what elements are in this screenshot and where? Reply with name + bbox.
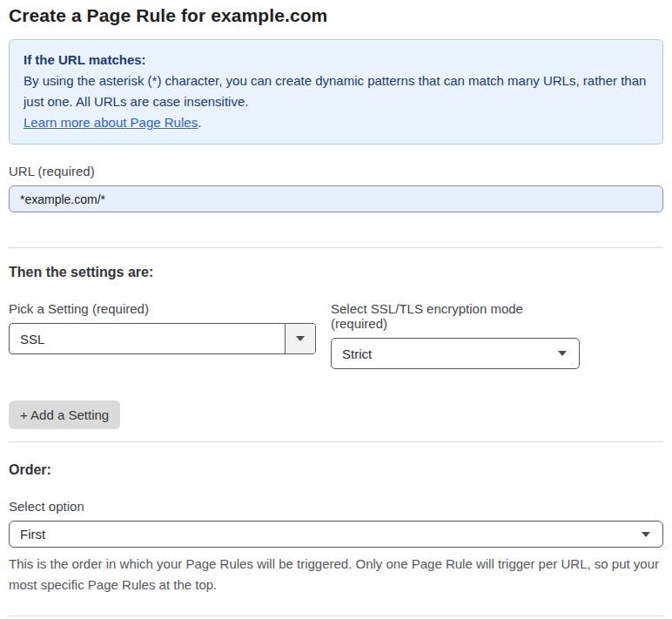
url-field-label: URL (required) [9, 164, 663, 178]
link-suffix: . [198, 115, 201, 130]
setting-picker-label: Pick a Setting (required) [9, 301, 316, 316]
footer-divider [9, 616, 663, 616]
order-section-heading: Order: [9, 462, 663, 478]
order-select-label: Select option [9, 499, 663, 514]
info-box-link-line: Learn more about Page Rules. [24, 112, 648, 133]
ssl-mode-group: Select SSL/TLS encryption mode (required… [331, 301, 580, 369]
info-box-body: By using the asterisk (*) character, you… [24, 71, 648, 112]
create-page-rule-form: Create a Page Rule for example.com If th… [0, 0, 672, 619]
info-box-heading: If the URL matches: [24, 50, 648, 71]
caret-down-icon [296, 336, 305, 341]
caret-down-icon [558, 351, 567, 356]
setting-picker-group: Pick a Setting (required) SSL [9, 301, 316, 369]
setting-picker-select[interactable]: SSL [9, 323, 316, 354]
caret-down-icon [642, 532, 650, 537]
order-help-text: This is the order in which your Page Rul… [9, 554, 663, 595]
section-divider [9, 247, 663, 248]
section-divider [9, 441, 663, 442]
settings-row: Pick a Setting (required) SSL Select SSL… [9, 301, 663, 369]
learn-more-link[interactable]: Learn more about Page Rules [24, 115, 198, 130]
settings-section-heading: Then the settings are: [9, 265, 663, 280]
order-select-value: First [20, 527, 45, 542]
ssl-mode-label: Select SSL/TLS encryption mode (required… [331, 301, 580, 331]
order-select[interactable]: First [9, 521, 663, 548]
setting-picker-value: SSL [10, 324, 285, 353]
url-match-info-box: If the URL matches: By using the asteris… [9, 39, 663, 145]
ssl-mode-value: Strict [342, 347, 372, 361]
add-setting-button[interactable]: + Add a Setting [9, 400, 120, 429]
url-input[interactable] [9, 185, 663, 212]
ssl-mode-select[interactable]: Strict [331, 338, 580, 369]
setting-picker-arrow-button[interactable] [285, 324, 315, 353]
page-title: Create a Page Rule for example.com [9, 5, 663, 26]
